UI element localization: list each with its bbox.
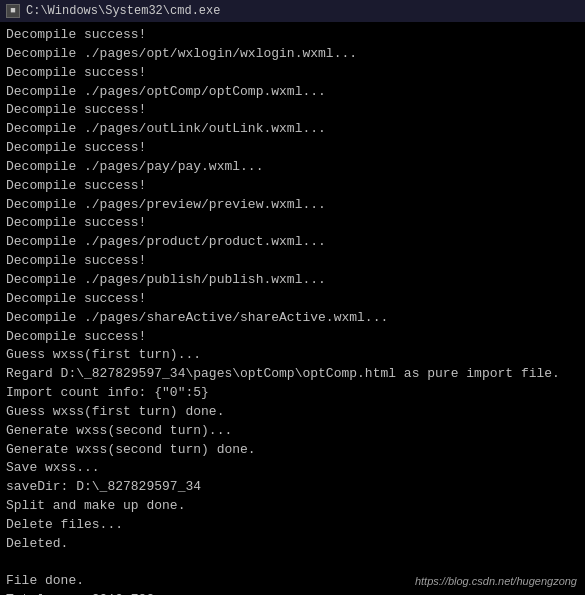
title-bar-text: C:\Windows\System32\cmd.exe xyxy=(26,4,220,18)
watermark: https://blog.csdn.net/hugengzong xyxy=(415,575,577,587)
cmd-window: ■ C:\Windows\System32\cmd.exe Decompile … xyxy=(0,0,585,595)
title-bar: ■ C:\Windows\System32\cmd.exe xyxy=(0,0,585,22)
window-icon: ■ xyxy=(6,4,20,18)
terminal-body[interactable]: Decompile success! Decompile ./pages/opt… xyxy=(0,22,585,595)
